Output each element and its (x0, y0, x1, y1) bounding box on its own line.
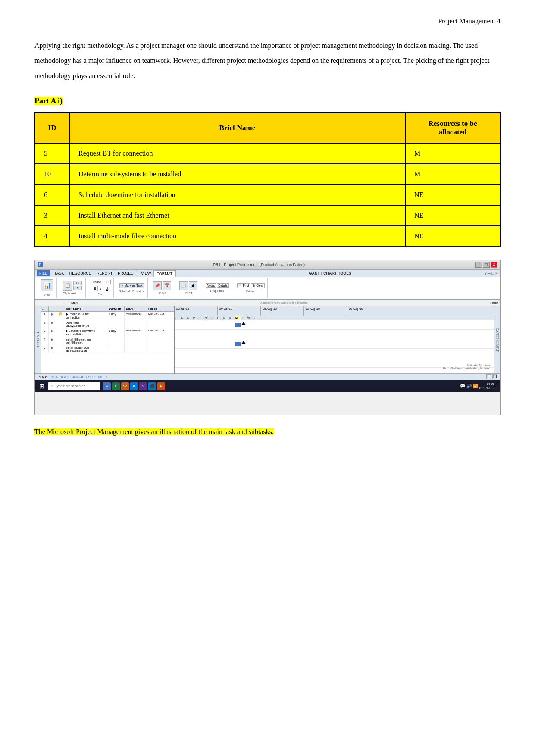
minimize-btn[interactable]: ─ (475, 262, 482, 268)
task-id-cell: 3 (35, 205, 69, 226)
notes-icon[interactable]: Notes (206, 283, 216, 288)
ms-gantt-sidebar: GANTT CHART (494, 306, 500, 373)
table-row: 4 Install multi-mode fibre connection NE (35, 226, 500, 247)
row4-icon-b (56, 337, 64, 345)
ms-timeline-row: Start Add tasks with dates to the timeli… (35, 300, 500, 306)
row1-icon-a[interactable]: ▶ (49, 312, 56, 320)
underline-btn[interactable]: U (104, 286, 110, 291)
table-row: 6 Schedule downtime for installation NE (35, 184, 500, 205)
row4-icon-a[interactable]: ▶ (49, 337, 56, 345)
row1-duration: 1 day (107, 312, 125, 320)
tab-format[interactable]: FORMAT (153, 270, 175, 277)
restore-btn[interactable]: □ (483, 262, 490, 268)
timeline-finish-label: Finish (490, 301, 498, 304)
manually-schedule-icon[interactable]: 📌 (153, 281, 162, 290)
ms-gantt-bars (175, 320, 494, 369)
windows-start-btn[interactable]: ⊞ (37, 381, 47, 391)
tab-resource[interactable]: RESOURCE (67, 270, 94, 276)
gantt-date-3: 05 Aug '18 (261, 306, 304, 316)
row1-start: Mon 30/07/18 (125, 312, 147, 320)
clipboard-label: Clipboard (63, 292, 76, 295)
gantt-milestone-1 (241, 322, 246, 325)
notification-icon[interactable]: 💬 (460, 384, 465, 388)
tab-file[interactable]: FILE (37, 270, 50, 276)
tab-project[interactable]: PROJECT (115, 270, 138, 276)
volume-icon[interactable]: 🔊 (466, 384, 472, 388)
ms-task-row-3: 3 ▶ ◆ Schedule downtimefor installation … (41, 328, 174, 337)
task-resource-cell: M (405, 164, 500, 184)
help-icon[interactable]: ? ─ □ ✕ (485, 271, 498, 275)
paste-icon[interactable]: 📋 (63, 281, 72, 291)
ms-timeline-sidebar: TIMELINE (35, 306, 41, 373)
row1-finish: Mon 30/07/18 (147, 312, 169, 320)
gantt-chart-icon[interactable]: 📊 (41, 279, 53, 291)
col-header-name: Brief Name (69, 113, 405, 143)
ms-task-row-4: 4 ▶ Install Ethernet andfast Ethernet (41, 337, 174, 345)
task-name-cell: Determine subsystems to be installed (69, 164, 405, 184)
table-row: 3 Install Ethernet and fast Ethernet NE (35, 205, 500, 226)
editing-label: Editing (246, 290, 255, 293)
gantt-bar-3 (235, 342, 241, 346)
row4-duration (107, 337, 125, 345)
ms-gantt-main: TIMELINE ● Task Name Duration Start Fini… (35, 306, 500, 373)
ms-ribbon-content: 📊 View 📋 ✂ ⎘ Clipboard Calibri 11 (35, 277, 500, 300)
page-header: Project Management 4 (34, 17, 501, 25)
close-btn[interactable]: ✕ (491, 262, 497, 268)
row3-duration: 1 day (107, 328, 125, 337)
ribbon-group-insert: 📑 ◆ Insert (177, 278, 200, 298)
row3-name: ◆ Schedule downtimefor installation (64, 328, 107, 337)
taskbar-search-text: Type here to search (55, 384, 85, 388)
row2-duration (107, 320, 125, 328)
row5-duration (107, 345, 125, 353)
ms-task-headers: ● Task Name Duration Start Finish (41, 306, 174, 312)
taskbar-app-icons: P E W e S ⬛ F (103, 382, 165, 390)
task-table: ID Brief Name Resources to be allocated … (34, 112, 501, 247)
mark-on-task-btn[interactable]: ✓ Mark on Task (119, 283, 144, 288)
auto-schedule-icon[interactable]: 📅 (163, 281, 171, 290)
bold-btn[interactable]: B (92, 286, 98, 291)
taskbar-system-tray: 💬 🔊 📶 06:06 01/07/2019 (460, 382, 498, 390)
milestone-icon[interactable]: ◆ (189, 281, 197, 290)
task-resource-cell: M (405, 143, 500, 164)
font-name-selector[interactable]: Calibri (91, 280, 103, 284)
wifi-icon[interactable]: 📶 (473, 384, 478, 388)
status-new-tasks: NEW TASKS : MANUALLY SCHEDULED (51, 375, 107, 378)
gantt-bar-1 (235, 323, 241, 327)
row5-name: Install multi-modefibre connection (64, 345, 107, 353)
row5-start (125, 345, 147, 353)
clear-icon[interactable]: 🗑 Clear (251, 283, 265, 288)
row4-start (125, 337, 147, 345)
row2-icon-a[interactable]: ▶ (49, 320, 56, 328)
task-resource-cell: NE (405, 226, 500, 247)
ms-statusbar: READY NEW TASKS : MANUALLY SCHEDULED 📊 🔲 (35, 373, 500, 380)
summary-icon[interactable]: 📑 (179, 281, 188, 290)
task-id-cell: 4 (35, 226, 69, 247)
ms-project-container: P PR1 - Project Professional (Product Ac… (34, 260, 501, 415)
gantt-row-2 (175, 330, 494, 339)
col-start: Start (125, 306, 147, 311)
find-icon[interactable]: 🔍 Find (237, 283, 250, 288)
tasks-label: Tasks (158, 291, 166, 294)
tab-report[interactable]: REPORT (94, 270, 115, 276)
page-title: Project Management 4 (438, 17, 501, 25)
ribbon-group-editing: 🔍 Find 🗑 Clear Editing (235, 278, 268, 298)
font-size-selector[interactable]: 11 (104, 280, 111, 284)
ms-titlebar-title: PR1 - Project Professional (Product Acti… (43, 262, 475, 267)
row1-icon-b[interactable]: 🔑 (56, 312, 64, 320)
taskbar-search-box[interactable]: ○ Type here to search (48, 382, 100, 390)
ms-task-row-5: 5 ▶ Install multi-modefibre connection (41, 345, 174, 353)
row4-num: 4 (41, 337, 49, 345)
italic-btn[interactable]: I (99, 286, 103, 291)
tab-view[interactable]: VIEW (138, 270, 153, 276)
copy-icon[interactable]: ⎘ (73, 286, 82, 290)
details-icon[interactable]: Details (217, 283, 228, 288)
insert-label: Insert (185, 291, 192, 294)
tab-task[interactable]: TASK (52, 270, 67, 276)
show-desktop-btn[interactable] (497, 382, 498, 390)
schedule-label: Schedule Schedule (119, 290, 145, 293)
table-header-row: ID Brief Name Resources to be allocated (35, 113, 500, 143)
row3-icon-a[interactable]: ▶ (49, 328, 56, 337)
cut-icon[interactable]: ✂ (73, 281, 82, 285)
row5-icon-a[interactable]: ▶ (49, 345, 56, 353)
row3-icon-b (56, 328, 64, 337)
